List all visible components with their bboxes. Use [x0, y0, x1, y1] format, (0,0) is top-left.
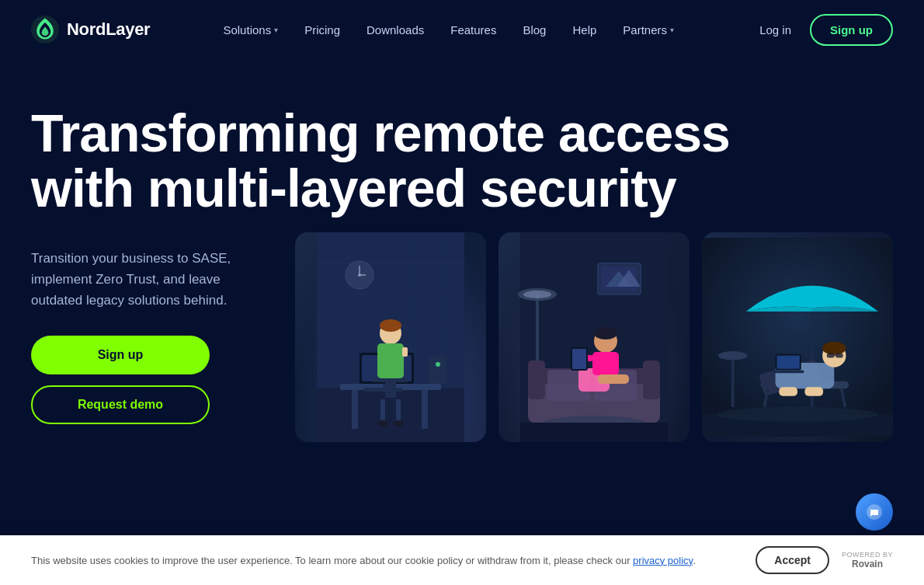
brand-name: NordLayer: [67, 19, 150, 40]
hero-demo-button[interactable]: Request demo: [31, 385, 210, 424]
svg-rect-71: [827, 353, 834, 358]
svg-point-54: [594, 327, 617, 340]
cookie-banner: This website uses cookies to improve the…: [0, 535, 924, 585]
hero-section: Transforming remote access with multi-la…: [0, 59, 924, 541]
nav-partners[interactable]: Partners ▾: [612, 17, 685, 43]
svg-rect-31: [380, 399, 385, 423]
svg-rect-32: [396, 399, 401, 423]
hero-signup-button[interactable]: Sign up: [31, 336, 210, 374]
svg-rect-79: [804, 387, 823, 395]
svg-point-40: [523, 291, 551, 298]
nav-pricing[interactable]: Pricing: [294, 17, 351, 43]
hero-body: Transition your business to SASE, implem…: [31, 248, 893, 442]
svg-rect-30: [385, 382, 396, 398]
hero-image-card-2: [498, 232, 690, 442]
hero-image-card-1: [295, 232, 486, 442]
svg-rect-62: [702, 238, 893, 436]
svg-point-81: [718, 351, 748, 360]
svg-point-34: [393, 420, 404, 427]
nav-blog[interactable]: Blog: [512, 17, 557, 43]
hero-image-card-3: [702, 232, 893, 442]
svg-rect-60: [520, 423, 668, 442]
privacy-policy-link[interactable]: privacy policy: [633, 555, 693, 566]
svg-rect-72: [835, 353, 842, 358]
nav-right: Log in Sign up: [747, 14, 893, 46]
nav-signup-button[interactable]: Sign up: [810, 14, 893, 46]
svg-rect-28: [402, 347, 408, 357]
cookie-accept-button[interactable]: Accept: [756, 546, 829, 574]
svg-rect-76: [777, 355, 800, 368]
chat-circle-button[interactable]: [856, 493, 893, 531]
nav-solutions[interactable]: Solutions ▾: [212, 17, 289, 43]
office-worker-illustration: [295, 232, 486, 442]
svg-rect-47: [528, 360, 545, 399]
svg-rect-29: [373, 378, 408, 382]
nav-help[interactable]: Help: [561, 17, 607, 43]
svg-rect-35: [429, 357, 446, 384]
svg-rect-55: [592, 352, 619, 375]
svg-rect-26: [377, 343, 404, 378]
nav-features[interactable]: Features: [439, 17, 507, 43]
beach-person-illustration: [702, 232, 893, 442]
svg-rect-78: [779, 387, 797, 395]
couch-person-illustration: [498, 232, 690, 442]
svg-rect-58: [572, 349, 586, 369]
logo-icon: [31, 16, 59, 44]
svg-point-83: [717, 407, 878, 422]
svg-point-70: [822, 341, 846, 354]
svg-point-33: [377, 420, 388, 427]
svg-rect-77: [773, 370, 804, 373]
svg-point-36: [436, 362, 440, 367]
navbar: NordLayer Solutions ▾ Pricing Downloads …: [0, 0, 924, 59]
svg-rect-23: [363, 388, 402, 392]
svg-rect-18: [422, 390, 428, 429]
svg-rect-80: [731, 355, 735, 406]
hero-images: [295, 232, 893, 442]
hero-left: Transition your business to SASE, implem…: [31, 248, 264, 425]
hero-description: Transition your business to SASE, implem…: [31, 248, 264, 312]
logo[interactable]: NordLayer: [31, 16, 150, 44]
nav-links: Solutions ▾ Pricing Downloads Features B…: [212, 17, 685, 43]
svg-rect-48: [643, 360, 660, 399]
powered-by: Powered by Rovain: [842, 551, 893, 569]
nav-downloads[interactable]: Downloads: [356, 17, 435, 43]
svg-point-25: [380, 319, 401, 332]
login-link[interactable]: Log in: [747, 17, 804, 43]
cookie-text: This website uses cookies to improve the…: [31, 555, 696, 566]
chat-icon: [866, 503, 883, 521]
hero-headline: Transforming remote access with multi-la…: [31, 106, 730, 217]
chevron-down-icon: ▾: [670, 26, 674, 34]
chevron-down-icon: ▾: [274, 26, 278, 34]
svg-rect-59: [598, 374, 629, 384]
svg-rect-17: [352, 390, 358, 429]
cookie-right: Accept Powered by Rovain: [756, 546, 893, 574]
